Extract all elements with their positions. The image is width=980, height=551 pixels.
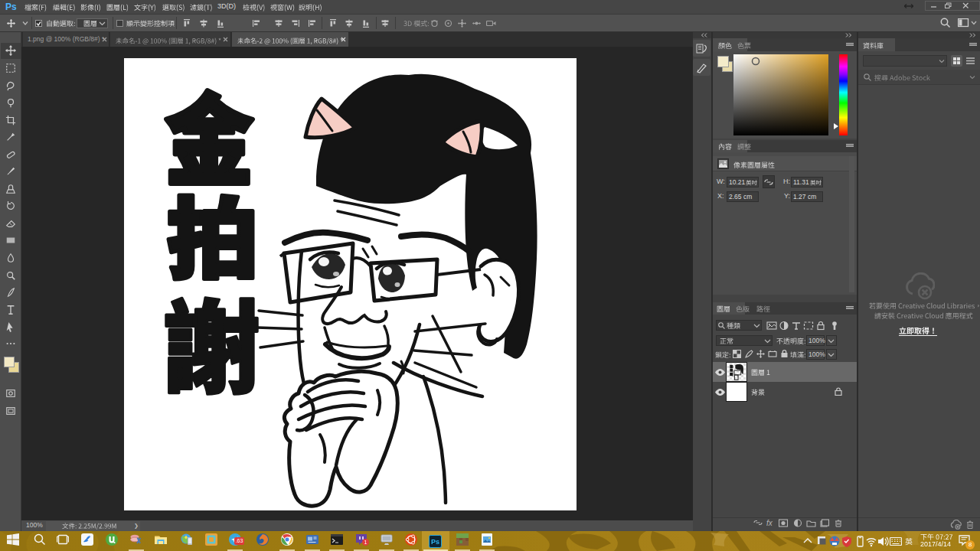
svg-text:fx: fx (766, 519, 773, 527)
svg-text:Ps: Ps (431, 538, 439, 546)
